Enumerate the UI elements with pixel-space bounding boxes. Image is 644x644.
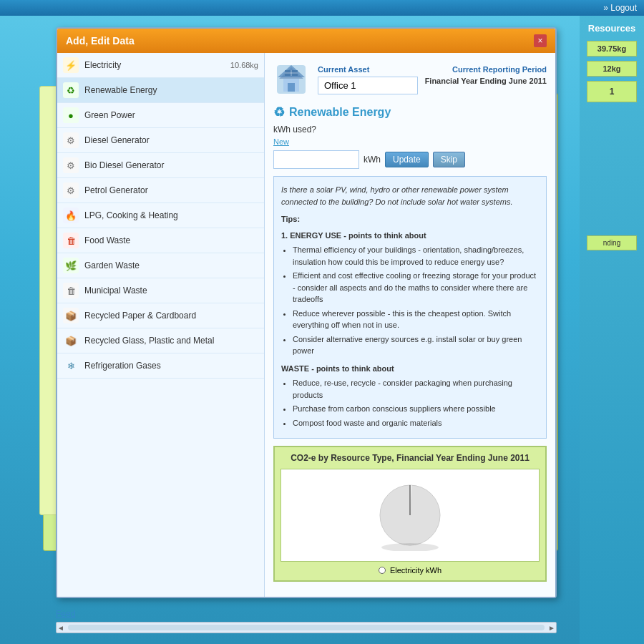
svg-rect-3 — [288, 83, 295, 92]
new-link[interactable]: New — [273, 137, 547, 146]
menu-icon-food-waste: 🗑 — [63, 233, 79, 248]
main-dialog: Add, Edit Data × ⚡ Electricity 10.68kg ♻… — [56, 27, 557, 598]
input-row: kWh Update Skip — [273, 150, 547, 169]
menu-label-recycled-glass: Recycled Glass, Plastic and Metal — [84, 336, 258, 346]
menu-item-recycled-paper[interactable]: 📦 Recycled Paper & Cardboard — [57, 303, 264, 328]
menu-icon-refrigeration: ❄ — [63, 358, 79, 374]
menu-item-petrol[interactable]: ⚙ Petrol Generator — [57, 178, 264, 203]
menu-icon-garden: 🌿 — [63, 258, 79, 273]
skip-button[interactable]: Skip — [433, 152, 465, 167]
energy-section-title: 1. ENERGY USE - points to think about — [281, 230, 539, 242]
section-title: ♻ Renewable Energy — [273, 104, 547, 120]
menu-item-lpg[interactable]: 🔥 LPG, Cooking & Heating — [57, 203, 264, 228]
tips-intro: Is there a solar PV, wind, hydro or othe… — [281, 184, 539, 208]
current-asset-label: Current Asset — [318, 65, 418, 74]
menu-item-garden[interactable]: 🌿 Garden Waste — [57, 253, 264, 278]
chart-legend: Electricity kWh — [280, 566, 540, 575]
waste-tip-item: Compost food waste and organic materials — [293, 417, 539, 429]
menu-label-diesel: Diesel Generator — [84, 135, 258, 145]
menu-label-municipal: Municipal Waste — [84, 286, 258, 296]
menu-label-petrol: Petrol Generator — [84, 185, 258, 195]
menu-icon-diesel: ⚙ — [63, 132, 79, 148]
left-menu: ⚡ Electricity 10.68kg ♻ Renewable Energy… — [57, 53, 265, 597]
asset-header: Current Asset Current Reporting Period F… — [273, 62, 547, 97]
energy-tip-item: Thermal efficiency of your buildings - o… — [293, 244, 539, 268]
menu-item-municipal[interactable]: 🗑 Municipal Waste — [57, 278, 264, 303]
chart-title: CO2-e by Resource Type, Financial Year E… — [280, 453, 540, 463]
menu-label-electricity: Electricity — [84, 60, 230, 70]
menu-label-garden: Garden Waste — [84, 260, 258, 270]
menu-label-green-power: Green Power — [84, 110, 258, 120]
menu-item-green-power[interactable]: ● Green Power — [57, 103, 264, 128]
waste-tip-item: Purchase from carbon conscious suppliers… — [293, 403, 539, 415]
menu-icon-bio-diesel: ⚙ — [63, 157, 79, 173]
menu-icon-municipal: 🗑 — [63, 283, 79, 298]
energy-tips-section: 1. ENERGY USE - points to think about Th… — [281, 230, 539, 357]
menu-icon-recycled-glass: 📦 — [63, 333, 79, 348]
menu-label-refrigeration: Refrigeration Gases — [84, 361, 258, 371]
asset-icon — [273, 62, 309, 97]
top-bar: » Logout — [0, 0, 644, 16]
energy-tip-item: Consider alternative energy sources e.g.… — [293, 333, 539, 357]
menu-item-diesel[interactable]: ⚙ Diesel Generator — [57, 128, 264, 153]
waste-section-title: WASTE - points to think about — [281, 363, 539, 375]
right-panel: Current Asset Current Reporting Period F… — [265, 53, 555, 597]
energy-tip-item: Reduce wherever possible - this is the c… — [293, 308, 539, 331]
stat-box-2: 12kg — [587, 61, 637, 77]
legend-label: Electricity kWh — [390, 566, 441, 575]
menu-icon-green-power: ● — [63, 107, 79, 123]
scroll-right-arrow[interactable]: ► — [547, 623, 556, 632]
period-value: Financial Year Ending June 2011 — [425, 77, 547, 85]
menu-label-recycled-paper: Recycled Paper & Cardboard — [84, 311, 258, 321]
renewable-icon: ♻ — [273, 104, 285, 120]
dialog-title: Add, Edit Data — [66, 35, 135, 47]
menu-item-renewable[interactable]: ♻ Renewable Energy — [57, 78, 264, 103]
scrollbar-track — [68, 625, 545, 630]
current-period-label: Current Reporting Period — [425, 65, 547, 74]
chart-box: CO2-e by Resource Type, Financial Year E… — [273, 446, 547, 582]
pie-chart-svg — [374, 479, 446, 551]
section-subtitle: kWh used? — [273, 125, 547, 135]
menu-icon-petrol: ⚙ — [63, 182, 79, 198]
menu-item-bio-diesel[interactable]: ⚙ Bio Diesel Generator — [57, 153, 264, 178]
asset-name-input[interactable] — [318, 77, 418, 94]
menu-item-electricity[interactable]: ⚡ Electricity 10.68kg — [57, 53, 264, 78]
period-box: nding — [587, 235, 637, 250]
energy-tip-item: Efficient and cost effective cooling or … — [293, 270, 539, 306]
waste-tip-item: Reduce, re-use, recycle - consider packa… — [293, 377, 539, 401]
menu-label-lpg: LPG, Cooking & Heating — [84, 210, 258, 220]
close-button[interactable]: × — [534, 34, 547, 47]
update-button[interactable]: Update — [385, 152, 429, 167]
tips-box: Is there a solar PV, wind, hydro or othe… — [273, 176, 547, 439]
asset-header-right: Current Reporting Period Financial Year … — [425, 65, 547, 94]
logout-link[interactable]: » Logout — [603, 3, 637, 13]
menu-icon-recycled-paper: 📦 — [63, 308, 79, 323]
tips-label: Tips: — [281, 213, 539, 225]
kwh-label: kWh — [364, 155, 381, 165]
menu-icon-lpg: 🔥 — [63, 208, 79, 223]
scrollbar-area[interactable]: ◄ ► — [56, 622, 557, 633]
menu-value-electricity: 10.68kg — [230, 61, 258, 69]
stat-box-1: 39.75kg — [587, 41, 637, 57]
feedback-link[interactable]: Feed — [56, 609, 75, 619]
menu-item-food-waste[interactable]: 🗑 Food Waste — [57, 228, 264, 253]
kwh-input[interactable] — [273, 150, 359, 169]
menu-item-recycled-glass[interactable]: 📦 Recycled Glass, Plastic and Metal — [57, 328, 264, 353]
menu-label-bio-diesel: Bio Diesel Generator — [84, 160, 258, 170]
dialog-body: ⚡ Electricity 10.68kg ♻ Renewable Energy… — [57, 53, 555, 597]
dialog-header: Add, Edit Data × — [57, 29, 555, 53]
waste-tips-list: Reduce, re-use, recycle - consider packa… — [293, 377, 539, 429]
svg-point-10 — [381, 543, 439, 551]
count-box: 1 — [587, 81, 637, 102]
menu-icon-renewable: ♻ — [63, 82, 79, 98]
menu-label-food-waste: Food Waste — [84, 235, 258, 245]
menu-item-refrigeration[interactable]: ❄ Refrigeration Gases — [57, 353, 264, 379]
right-sidebar: Resources 39.75kg 12kg 1 nding — [580, 16, 644, 644]
menu-label-renewable: Renewable Energy — [84, 85, 258, 95]
legend-dot — [379, 567, 386, 574]
chart-area — [280, 469, 540, 562]
scroll-left-arrow[interactable]: ◄ — [57, 623, 65, 632]
waste-tips-section: WASTE - points to think about Reduce, re… — [281, 363, 539, 429]
asset-info: Current Asset Current Reporting Period F… — [318, 65, 547, 94]
menu-icon-electricity: ⚡ — [63, 57, 79, 73]
